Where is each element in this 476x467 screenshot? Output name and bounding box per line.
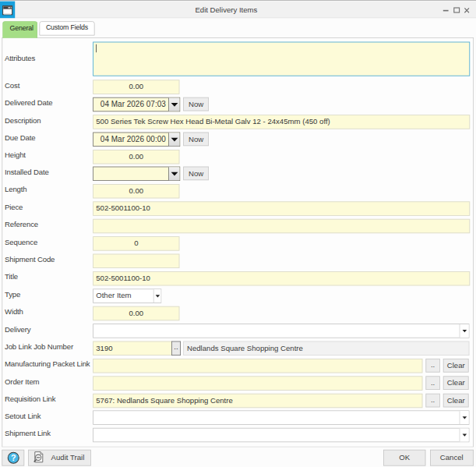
- svg-text:?: ?: [10, 452, 16, 462]
